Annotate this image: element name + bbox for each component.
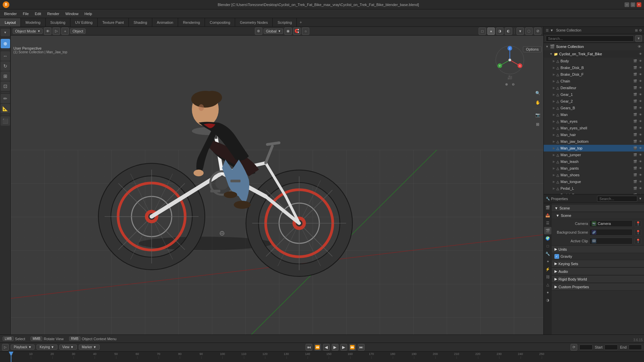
playback-dropdown[interactable]: Playback ▼ <box>11 345 35 350</box>
item-restrict-render-4[interactable]: 🎬 <box>633 85 637 90</box>
tab-animation[interactable]: Animation <box>152 18 178 26</box>
prop-tab-object[interactable]: □ <box>544 242 551 250</box>
outliner-filter-type[interactable]: ▼ <box>635 35 642 42</box>
tab-uv-editing[interactable]: UV Editing <box>70 18 98 26</box>
prop-tab-physics[interactable]: ⚡ <box>544 265 551 273</box>
current-frame-input[interactable]: 1 <box>579 345 593 350</box>
marker-dropdown[interactable]: Marker ▼ <box>79 345 100 350</box>
tab-compositing[interactable]: Compositing <box>205 18 235 26</box>
item-restrict-viewport-20[interactable]: 👁 <box>638 193 643 194</box>
tab-layout[interactable]: Layout <box>0 18 21 26</box>
item-restrict-viewport-18[interactable]: 👁 <box>638 179 643 184</box>
jump-to-end-btn[interactable]: ⏭ <box>358 344 365 351</box>
viewport-shading-options[interactable]: ▼ <box>517 27 524 35</box>
outliner-item[interactable]: ▶ △ Chain 🎬 👁 <box>544 78 644 84</box>
item-restrict-render-14[interactable]: 🎬 <box>633 153 637 157</box>
item-restrict-render-5[interactable]: 🎬 <box>633 92 637 97</box>
loop-btn[interactable]: ⟳ <box>571 344 577 351</box>
prop-tab-render[interactable]: 🎬 <box>544 204 551 211</box>
prop-tab-view-layer[interactable]: ☰ <box>544 219 551 227</box>
outliner-item[interactable]: ▶ △ Body 🎬 👁 <box>544 58 644 64</box>
item-restrict-render-7[interactable]: 🎬 <box>633 106 637 110</box>
viewport-transform-dropdown[interactable]: Global ▼ <box>264 28 283 34</box>
viewport-overlays-btn[interactable]: ◌ <box>525 27 533 35</box>
item-restrict-viewport-9[interactable]: 👁 <box>638 119 643 124</box>
item-restrict-render-8[interactable]: 🎬 <box>633 112 637 117</box>
viewport-proportional-btn[interactable]: ○ <box>302 27 309 35</box>
active-clip-field[interactable]: 🎞 <box>589 238 633 244</box>
outliner-item[interactable]: ▶ △ Man_pants 🎬 👁 <box>544 165 644 172</box>
item-restrict-render-11[interactable]: 🎬 <box>633 132 637 137</box>
menu-render[interactable]: Render <box>45 11 62 16</box>
viewport-pivot-btn[interactable]: ◉ <box>284 27 292 35</box>
item-restrict-viewport-1[interactable]: 👁 <box>638 65 643 70</box>
viewport[interactable]: Object Mode ▼ 👁 ▷ + Object ⊕ Global ▼ ◉ … <box>11 27 543 362</box>
prop-tab-output[interactable]: 📤 <box>544 212 551 219</box>
menu-blender[interactable]: Blender <box>1 11 19 16</box>
item-restrict-render-20[interactable]: 🎬 <box>633 193 637 194</box>
prop-tab-scene[interactable]: 🎬 <box>544 227 551 234</box>
minimize-button[interactable]: – <box>625 2 629 7</box>
outliner-item[interactable]: ▶ △ Man_hair 🎬 👁 <box>544 131 644 138</box>
viewport-object-btn[interactable]: Object <box>70 28 86 34</box>
outliner-item[interactable]: ▶ △ Pedal_R 🎬 👁 <box>544 192 644 194</box>
collection-cyclist-visibility[interactable]: 👁 <box>638 52 643 56</box>
custom-properties-section-header[interactable]: ▶ Custom Properties <box>552 283 644 291</box>
viewport-snap-btn[interactable]: 🧲 <box>293 27 301 35</box>
outliner-item[interactable]: ▶ △ Man_eyes_shell 🎬 👁 <box>544 125 644 131</box>
prop-tab-shading[interactable]: ◑ <box>544 296 551 304</box>
item-restrict-viewport-0[interactable]: 👁 <box>638 59 643 63</box>
menu-edit[interactable]: Edit <box>32 11 44 16</box>
camera-field[interactable]: 📷 Camera <box>589 220 633 227</box>
menu-help[interactable]: Help <box>82 11 95 16</box>
item-restrict-viewport-3[interactable]: 👁 <box>638 79 643 83</box>
outliner-item[interactable]: ▶ △ Man_jaw_bottom 🎬 👁 <box>544 138 644 145</box>
item-restrict-viewport-7[interactable]: 👁 <box>638 106 643 110</box>
tab-shading[interactable]: Shading <box>129 18 152 26</box>
tab-geometry-nodes[interactable]: Geometry Nodes <box>235 18 273 26</box>
tool-annotate[interactable]: ✏ <box>1 94 10 103</box>
item-restrict-viewport-17[interactable]: 👁 <box>638 173 643 177</box>
outliner-item[interactable]: ▶ △ Gear_1 🎬 👁 <box>544 91 644 98</box>
menu-window[interactable]: Window <box>63 11 81 16</box>
tab-sculpting[interactable]: Sculpting <box>46 18 70 26</box>
outliner-item[interactable]: ▶ △ Derailleur 🎬 👁 <box>544 84 644 91</box>
timeline-view-dropdown[interactable]: View ▼ <box>59 345 77 350</box>
zoom-in-btn[interactable]: ⊕ <box>503 81 509 87</box>
rigid-body-world-section-header[interactable]: ▶ Rigid Body World <box>552 275 644 283</box>
item-restrict-viewport-14[interactable]: 👁 <box>638 153 643 157</box>
viewport-material-btn[interactable]: ◑ <box>496 27 503 35</box>
outliner-item[interactable]: ▶ △ Brake_Disk_B 🎬 👁 <box>544 64 644 71</box>
item-restrict-viewport-16[interactable]: 👁 <box>638 166 643 171</box>
tool-transform[interactable]: ⊡ <box>1 81 10 91</box>
item-restrict-render-16[interactable]: 🎬 <box>633 166 637 171</box>
next-frame-btn[interactable]: ⏩ <box>349 344 356 351</box>
viewport-add-btn[interactable]: + <box>61 27 69 35</box>
tool-move[interactable]: ↔ <box>1 51 10 61</box>
mode-selector[interactable]: ▼ <box>1 29 10 36</box>
item-restrict-viewport-8[interactable]: 👁 <box>638 112 643 117</box>
tool-cursor[interactable]: ⊕ <box>1 39 10 48</box>
units-section-header[interactable]: ▶ Units <box>552 245 644 253</box>
viewport-solid-btn[interactable]: ● <box>487 27 495 35</box>
item-restrict-viewport-5[interactable]: 👁 <box>638 92 643 97</box>
timeline-frames-area[interactable]: 1102030405060708090100110120130140150160… <box>0 352 644 362</box>
jump-to-start-btn[interactable]: ⏮ <box>306 344 312 351</box>
outliner-display-icon[interactable]: ⊞ <box>635 28 638 32</box>
viewport-render-btn[interactable]: ◐ <box>505 27 512 35</box>
background-scene-picker-btn[interactable]: 📍 <box>635 229 641 236</box>
viewport-select-btn[interactable]: ▷ <box>53 27 60 35</box>
camera-picker-btn[interactable]: 📍 <box>635 220 641 227</box>
item-restrict-render-19[interactable]: 🎬 <box>633 186 637 191</box>
outliner-item[interactable]: ▶ △ Man_leash 🎬 👁 <box>544 158 644 165</box>
keying-sets-section-header[interactable]: ▶ Keying Sets <box>552 260 644 267</box>
outliner-item[interactable]: ▶ △ Man_eyes 🎬 👁 <box>544 118 644 125</box>
item-restrict-render-17[interactable]: 🎬 <box>633 173 637 177</box>
item-restrict-render-10[interactable]: 🎬 <box>633 126 637 130</box>
prop-tab-constraints[interactable]: ⛓ <box>544 273 551 281</box>
tool-rotate[interactable]: ↻ <box>1 61 10 71</box>
tab-texture-paint[interactable]: Texture Paint <box>98 18 129 26</box>
properties-search-input[interactable] <box>597 196 637 202</box>
prev-keyframe-btn[interactable]: ◀ <box>323 344 330 351</box>
prop-tab-particles[interactable]: ✦ <box>544 258 551 265</box>
